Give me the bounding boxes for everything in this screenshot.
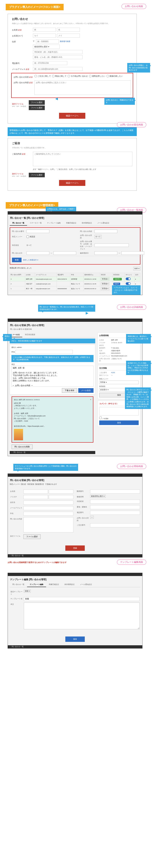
tab-status[interactable]: 対応状況更新	[22, 333, 38, 337]
f-date-to[interactable]	[53, 251, 76, 255]
name-sei[interactable]	[33, 28, 56, 32]
purpose-radio[interactable]: 資料請求したい	[89, 75, 105, 78]
row-toggle[interactable]	[126, 278, 131, 280]
mail-body[interactable]	[11, 366, 93, 387]
f-body[interactable]	[94, 229, 117, 233]
n-body[interactable]	[24, 517, 73, 532]
list-tab[interactable]: 問い合わせ一覧	[10, 221, 27, 225]
n-order[interactable]	[90, 523, 140, 527]
tpl-tab[interactable]: 画像圧縮設定	[46, 582, 62, 587]
n-file-btn[interactable]: ファイル選択	[24, 534, 41, 539]
table-row[interactable]: 3福岡 太郎fukuoka@example.com09012345678資料希望…	[10, 277, 140, 281]
annot-side-comment: 問い合わせに対するコメント（やりとり）の履歴が確認できます。要確認 青 メモ（お…	[125, 388, 151, 409]
front-contact-panel: お問い合わせ 内容によっては返信できない場合がございますので、あらかじめご了承く…	[8, 14, 137, 123]
zip-search-link[interactable]: 郵便番号検索	[60, 40, 70, 43]
kana-sei[interactable]	[33, 34, 56, 38]
callout-front-contact: お問い合わせ画面	[121, 4, 146, 9]
close-icon[interactable]: ×	[90, 399, 91, 401]
n-a1[interactable]	[90, 500, 140, 504]
n-mail[interactable]	[24, 506, 73, 510]
n-mei[interactable]	[49, 490, 73, 494]
tpl-tab[interactable]: 問い合わせ一覧	[10, 582, 27, 587]
callout-admin-detail: お問い合わせ詳細画面	[117, 305, 146, 310]
admin-new-panel: 問い合わせ登録 [問い合わせ管理] 対応メンバー【担当】 対応状況【新規受付】 …	[8, 473, 143, 557]
n-pref[interactable]: 都道府県を選択 ▾	[90, 495, 106, 498]
mail-subj[interactable]	[15, 350, 73, 354]
reply-file-btn[interactable]: ファイル選択	[29, 173, 45, 177]
draft-btn[interactable]: 下書き保存	[62, 388, 77, 393]
purpose-radio[interactable]: その他お問い合わせ	[68, 75, 88, 78]
list-tab[interactable]: テンプレート編集	[44, 221, 64, 225]
search-btn[interactable]: 検索	[12, 258, 22, 262]
list-tab[interactable]: ステータス一覧	[27, 221, 44, 225]
purpose-radio[interactable]: 商品に関して	[52, 75, 67, 78]
assign-select[interactable]: 管理者 ▾	[99, 380, 139, 384]
kana-mei[interactable]	[57, 34, 80, 38]
tpl-save-btn[interactable]: 保存	[65, 637, 85, 642]
tel[interactable]	[33, 61, 67, 65]
n-purpose[interactable]: —	[90, 516, 94, 519]
purpose-radio[interactable]: 面接応募したい	[107, 75, 123, 78]
delete-btn[interactable]: 問い合わせを削除	[12, 444, 33, 449]
contact-body[interactable]	[35, 80, 131, 95]
callout-admin-new: お問い合わせ登録画面	[117, 464, 146, 469]
n-subj[interactable]	[24, 512, 73, 516]
confirm-button[interactable]: 確認ページへ	[59, 113, 85, 119]
reply-confirm-button[interactable]: 確認ページへ	[59, 180, 85, 186]
list-tab[interactable]: メール通知設定	[95, 221, 112, 225]
n-a2[interactable]	[90, 505, 140, 509]
n-zip[interactable]	[90, 490, 140, 494]
zip[interactable]	[36, 39, 59, 43]
back-link[interactable]: ← 問い合わせ一覧	[11, 451, 26, 454]
new-back-link[interactable]: ← 問い合わせ一覧	[9, 554, 24, 557]
file-select-1[interactable]: ファイル選択	[29, 100, 45, 105]
n-seik[interactable]	[24, 495, 48, 499]
f-upd-to[interactable]	[121, 251, 144, 255]
send-mail-btn[interactable]: メール送信	[78, 388, 93, 393]
saved-search[interactable]: 保存した検索条件 ▾	[23, 259, 38, 261]
order-link[interactable]: #100	[111, 372, 115, 373]
purpose-radio[interactable]: ご注文に関して	[35, 75, 51, 78]
tpl-select[interactable]: 初期 ▾	[24, 590, 31, 593]
n-meik[interactable]	[49, 495, 73, 499]
admin-template-panel: テンプレート編集 [問い合わせ管理] 問い合わせ一覧テンプレート編集画像圧縮設定…	[8, 573, 143, 649]
file-select-2[interactable]: ファイル選択	[29, 105, 45, 110]
annot-new-head: サイドメニューから問い合わせ画面を押すことで登録画面に遷移。問い合わせの新規登録…	[13, 464, 78, 471]
row-member-sel[interactable]: 管理者 ▾	[101, 278, 110, 281]
tpl-body[interactable]	[24, 602, 140, 629]
list-tab[interactable]: 保存期間設定	[79, 221, 95, 225]
comment-send-btn[interactable]: 送信	[99, 421, 139, 425]
n-sei[interactable]	[24, 490, 48, 494]
reply-thread-box: 差出人 福岡 太郎 2023/01/11 16:58:21 × admin 様 …	[12, 396, 93, 442]
new-save-btn[interactable]: 登録	[65, 546, 85, 551]
tpl-tab[interactable]: テンプレート編集	[27, 582, 46, 587]
reply-body[interactable]	[33, 152, 132, 166]
f-keyword[interactable]	[94, 244, 129, 247]
row-open[interactable]: ▸	[135, 278, 136, 280]
tpl-name[interactable]	[24, 597, 140, 601]
n-corp[interactable]	[24, 501, 73, 505]
section1-title: プラグイン導入のイメージ<フロント画面>	[6, 4, 64, 10]
f-upd-from[interactable]	[94, 251, 117, 255]
annot-file: お問い合わせに、画像添付ができます	[104, 98, 135, 105]
row-toggle[interactable]	[126, 282, 131, 285]
f-date-from[interactable]	[27, 251, 49, 255]
row-member-sel[interactable]: 管理者 ▾	[101, 282, 110, 285]
addr2[interactable]	[33, 55, 82, 59]
tpl-back-link[interactable]: ← 問い合わせ一覧	[9, 646, 24, 648]
tpl-tab[interactable]: 保存期間設定	[62, 582, 77, 587]
page-size[interactable]: 50件 ▾	[133, 267, 140, 271]
tpl-tab[interactable]: メール通知設定	[77, 582, 95, 587]
f-id[interactable]	[27, 229, 49, 233]
f-purpose[interactable]: すべて	[94, 235, 102, 239]
row-open[interactable]: ▸	[135, 283, 136, 285]
n-tel[interactable]	[90, 511, 140, 515]
addr1[interactable]	[33, 50, 82, 54]
name-mei[interactable]	[57, 28, 80, 32]
pref-select[interactable]: 都道府県を選択 ▾	[33, 45, 60, 49]
callout-admin-template: テンプレート編集画面	[117, 560, 146, 565]
list-tab[interactable]: 画像圧縮設定	[64, 221, 79, 225]
panel-desc: 内容によっては返信できない場合がございますので、あらかじめご了承ください。※印の…	[12, 22, 132, 25]
mail[interactable]	[33, 67, 82, 71]
row-member-sel[interactable]: 管理者 ▾	[101, 287, 110, 290]
